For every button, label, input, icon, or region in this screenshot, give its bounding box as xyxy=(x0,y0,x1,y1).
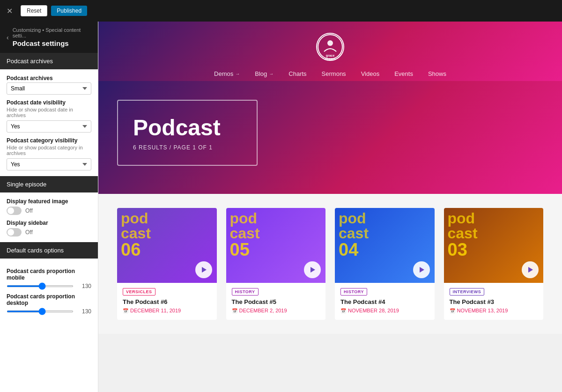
default-cards-content: Podcast cards proportion mobile 130 Podc… xyxy=(0,259,98,320)
card-tag-06[interactable]: VERSICLES xyxy=(123,288,155,296)
desktop-slider-value: 130 xyxy=(77,308,91,315)
play-icon-04 xyxy=(419,266,424,273)
mobile-proportion-slider[interactable] xyxy=(7,285,74,287)
sidebar-toggle-row: Off xyxy=(7,228,91,237)
sidebar-section-default-cards[interactable]: Default cards options xyxy=(0,242,98,259)
card-play-button-04[interactable] xyxy=(413,261,430,278)
nav-events[interactable]: Events xyxy=(387,67,421,81)
pod-text-04: pod xyxy=(339,211,431,226)
nav-charts[interactable]: Charts xyxy=(281,67,314,81)
top-bar: ✕ Reset Published xyxy=(0,0,562,22)
sidebar-back-button[interactable]: ‹ xyxy=(7,34,9,41)
sidebar: ‹ Customizing • Special content setti...… xyxy=(0,22,98,392)
card-tag-04[interactable]: HISTORY xyxy=(340,288,367,296)
podcast-archives-content: Podcast archives Small Medium Large Podc… xyxy=(0,69,98,176)
card-play-button-05[interactable] xyxy=(304,261,321,278)
num-text-03: 03 xyxy=(448,241,540,259)
card-image-03: pod cast 03 xyxy=(444,208,544,283)
date-visibility-select[interactable]: Yes No xyxy=(7,120,91,133)
category-visibility-select[interactable]: Yes No xyxy=(7,158,91,170)
svg-point-1 xyxy=(327,40,333,46)
card-image-05: pod cast 05 xyxy=(226,208,326,283)
calendar-icon-05: 📅 xyxy=(232,308,237,313)
single-episode-content: Display featured image Off Display sideb… xyxy=(0,192,98,242)
field-label-archives: Podcast archives xyxy=(7,75,91,81)
podcast-card-06[interactable]: pod cast 06 VERSICLES The Podcast #6 📅 D… xyxy=(117,208,217,320)
card-play-button-03[interactable] xyxy=(522,261,539,278)
nav-videos[interactable]: Videos xyxy=(354,67,387,81)
mobile-slider-value: 130 xyxy=(77,283,91,289)
card-image-04: pod cast 04 xyxy=(335,208,435,283)
sidebar-section-single-episode[interactable]: Single episode xyxy=(0,176,98,192)
play-icon-06 xyxy=(201,266,207,273)
pod-text-05: pod xyxy=(230,211,322,226)
cast-text-03: cast xyxy=(448,226,540,241)
cards-section: pod cast 06 VERSICLES The Podcast #6 📅 D… xyxy=(98,194,562,334)
podcast-card-04[interactable]: pod cast 04 HISTORY The Podcast #4 📅 NOV… xyxy=(335,208,435,320)
sidebar-breadcrumb: Customizing • Special content setti... xyxy=(13,27,91,38)
play-icon-05 xyxy=(310,266,315,273)
site-header: grace gospel Demos → Blog → Charts Sermo… xyxy=(98,22,562,81)
cast-text-05: cast xyxy=(230,226,322,241)
published-button[interactable]: Published xyxy=(51,6,87,16)
nav-blog[interactable]: Blog → xyxy=(247,67,281,81)
desktop-slider-label: Podcast cards proportion desktop xyxy=(7,293,91,306)
section-label-podcast-archives: Podcast archives xyxy=(7,58,53,65)
card-title-04: The Podcast #4 xyxy=(340,298,429,305)
section-label-default-cards: Default cards options xyxy=(7,247,64,254)
card-date-04: 📅 NOVEMBER 28, 2019 xyxy=(340,308,429,313)
card-body-04: HISTORY The Podcast #4 📅 NOVEMBER 28, 20… xyxy=(335,283,435,320)
close-button[interactable]: ✕ xyxy=(0,0,19,22)
cast-text-06: cast xyxy=(121,226,213,241)
card-body-06: VERSICLES The Podcast #6 📅 DECEMBER 11, … xyxy=(117,283,217,320)
hero-title: Podcast xyxy=(133,115,242,141)
card-play-button-06[interactable] xyxy=(195,261,212,278)
card-title-06: The Podcast #6 xyxy=(123,298,211,305)
cast-text-04: cast xyxy=(339,226,431,241)
card-date-05: 📅 DECEMBER 2, 2019 xyxy=(232,308,320,313)
card-date-03: 📅 NOVEMBER 13, 2019 xyxy=(450,308,538,313)
cards-grid: pod cast 06 VERSICLES The Podcast #6 📅 D… xyxy=(117,208,543,320)
sidebar-title: Podcast settings xyxy=(13,39,91,47)
nav-demos[interactable]: Demos → xyxy=(207,67,247,81)
calendar-icon-03: 📅 xyxy=(450,308,455,313)
sidebar-header: ‹ Customizing • Special content setti...… xyxy=(0,22,98,53)
hero-box: Podcast 6 RESULTS / PAGE 1 OF 1 xyxy=(117,100,258,166)
field-desc-category-visibility: Hide or show podcast category in archive… xyxy=(7,145,91,156)
card-title-03: The Podcast #3 xyxy=(450,298,538,305)
card-body-03: INTERVIEWS The Podcast #3 📅 NOVEMBER 13,… xyxy=(444,283,544,320)
podcast-card-05[interactable]: pod cast 05 HISTORY The Podcast #5 📅 DEC… xyxy=(226,208,326,320)
card-body-05: HISTORY The Podcast #5 📅 DECEMBER 2, 201… xyxy=(226,283,326,320)
num-text-05: 05 xyxy=(230,241,322,259)
pod-text-03: pod xyxy=(448,211,540,226)
site-logo: grace gospel xyxy=(117,29,543,67)
card-title-05: The Podcast #5 xyxy=(232,298,320,305)
field-desc-date-visibility: Hide or show podcast date in archives xyxy=(7,107,91,118)
calendar-icon-06: 📅 xyxy=(123,308,128,313)
nav-sermons[interactable]: Sermons xyxy=(314,67,354,81)
card-tag-03[interactable]: INTERVIEWS xyxy=(450,288,485,296)
desktop-proportion-slider[interactable] xyxy=(7,311,74,312)
pod-text-06: pod xyxy=(121,211,213,226)
play-icon-03 xyxy=(527,266,533,273)
card-image-06: pod cast 06 xyxy=(117,208,217,283)
card-tag-05[interactable]: HISTORY xyxy=(232,288,259,296)
featured-image-toggle-row: Off xyxy=(7,207,91,215)
card-date-06: 📅 DECEMBER 11, 2019 xyxy=(123,308,211,313)
featured-image-toggle[interactable] xyxy=(7,207,22,215)
reset-button[interactable]: Reset xyxy=(21,5,47,16)
main-content: grace gospel Demos → Blog → Charts Sermo… xyxy=(98,22,562,392)
field-label-sidebar: Display sidebar xyxy=(7,220,91,226)
sidebar-toggle[interactable] xyxy=(7,228,22,237)
podcast-card-03[interactable]: pod cast 03 INTERVIEWS The Podcast #3 📅 … xyxy=(444,208,544,320)
site-nav: Demos → Blog → Charts Sermons Videos Eve… xyxy=(117,67,543,81)
nav-shows[interactable]: Shows xyxy=(421,67,454,81)
sidebar-section-podcast-archives[interactable]: Podcast archives xyxy=(0,53,98,69)
demos-arrow: → xyxy=(235,71,240,76)
num-text-06: 06 xyxy=(121,241,213,259)
blog-arrow: → xyxy=(269,71,274,76)
archives-select[interactable]: Small Medium Large xyxy=(7,82,91,95)
mobile-slider-container: 130 xyxy=(7,283,91,289)
desktop-slider-container: 130 xyxy=(7,308,91,315)
hero-section: Podcast 6 RESULTS / PAGE 1 OF 1 xyxy=(98,81,562,194)
